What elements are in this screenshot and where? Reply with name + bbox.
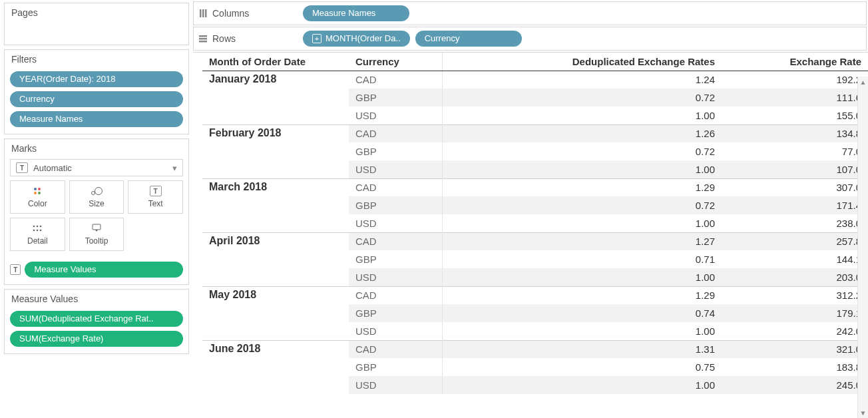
cell-currency: USD (349, 214, 442, 232)
cell-rate: 107.0 (722, 160, 868, 178)
svg-rect-18 (199, 41, 207, 43)
crosstab-view: Month of Order Date Currency Deduplicate… (193, 53, 868, 418)
expand-icon[interactable]: + (312, 34, 322, 43)
cell-dedup: 0.71 (442, 250, 722, 268)
table-row[interactable]: January 2018CAD1.24192.2 (202, 71, 868, 89)
text-icon: T (150, 186, 162, 196)
rows-pills[interactable]: +MONTH(Order Da..Currency (302, 31, 523, 47)
cell-rate: 183.8 (722, 358, 868, 376)
cell-currency: CAD (349, 340, 442, 358)
cell-dedup: 0.75 (442, 358, 722, 376)
cell-rate: 144.1 (722, 250, 868, 268)
cell-dedup: 1.31 (442, 340, 722, 358)
marks-type-label: Automatic (33, 163, 72, 173)
cell-currency: USD (349, 106, 442, 124)
cell-currency: USD (349, 322, 442, 340)
cell-rate: 321.0 (722, 340, 868, 358)
table-row[interactable]: April 2018CAD1.27257.8 (202, 232, 868, 250)
pages-title: Pages (5, 3, 188, 23)
filters-body[interactable]: YEAR(Order Date): 2018CurrencyMeasure Na… (5, 70, 188, 134)
cell-dedup: 1.00 (442, 268, 722, 286)
marks-color-button[interactable]: Color (10, 180, 65, 214)
filters-title: Filters (5, 50, 188, 70)
marks-text-button[interactable]: T Text (128, 180, 183, 214)
cell-rate: 134.8 (722, 124, 868, 142)
filter-pill[interactable]: Currency (10, 91, 183, 107)
cell-dedup: 0.74 (442, 304, 722, 322)
marks-tooltip-button[interactable]: Tooltip (69, 218, 124, 251)
cell-currency: GBP (349, 358, 442, 376)
columns-label: Columns (212, 8, 249, 19)
cell-rate: 203.0 (722, 268, 868, 286)
cell-rate: 307.0 (722, 178, 868, 196)
cell-rate: 312.2 (722, 286, 868, 304)
svg-point-8 (40, 226, 42, 228)
measure-values-card: Measure Values SUM(Deduplicated Exchange… (4, 289, 189, 354)
marks-card: Marks T Automatic ▾ Color (4, 138, 189, 285)
cell-dedup: 1.29 (442, 178, 722, 196)
cell-currency: GBP (349, 196, 442, 214)
scroll-down-arrow[interactable]: ▼ (858, 407, 868, 418)
cell-currency: GBP (349, 304, 442, 322)
cell-currency: CAD (349, 71, 442, 89)
svg-point-4 (91, 192, 95, 195)
measure-value-pill[interactable]: SUM(Deduplicated Exchange Rat.. (10, 311, 183, 327)
cell-currency: USD (349, 268, 442, 286)
measure-value-pill[interactable]: SUM(Exchange Rate) (10, 331, 183, 347)
scroll-up-arrow[interactable]: ▲ (858, 77, 868, 87)
rows-pill[interactable]: +MONTH(Order Da.. (303, 31, 410, 47)
svg-point-9 (33, 230, 35, 232)
crosstab-table: Month of Order Date Currency Deduplicate… (202, 53, 868, 394)
cell-month: February 2018 (202, 124, 349, 178)
table-row[interactable]: June 2018CAD1.31321.0 (202, 340, 868, 358)
cell-rate: 77.0 (722, 142, 868, 160)
header-rate[interactable]: Exchange Rate (722, 53, 868, 71)
measure-values-body[interactable]: SUM(Deduplicated Exchange Rat..SUM(Excha… (5, 310, 188, 353)
cell-rate: 257.8 (722, 232, 868, 250)
marks-type-select[interactable]: T Automatic ▾ (10, 159, 183, 176)
cell-rate: 171.4 (722, 196, 868, 214)
cell-currency: USD (349, 376, 442, 394)
cell-rate: 242.0 (722, 322, 868, 340)
cell-dedup: 1.00 (442, 160, 722, 178)
columns-pill[interactable]: Measure Names (303, 5, 409, 21)
marks-detail-button[interactable]: Detail (10, 218, 65, 251)
rows-pill[interactable]: Currency (415, 31, 522, 47)
cell-dedup: 1.00 (442, 322, 722, 340)
header-dedup[interactable]: Deduplicated Exchange Rates (442, 53, 722, 71)
left-panel: Pages Filters YEAR(Order Date): 2018Curr… (0, 0, 193, 418)
cell-dedup: 0.72 (442, 89, 722, 106)
pages-card[interactable]: Pages (4, 3, 189, 45)
cell-dedup: 1.00 (442, 214, 722, 232)
table-row[interactable]: March 2018CAD1.29307.0 (202, 178, 868, 196)
cell-currency: USD (349, 160, 442, 178)
marks-measure-values-pill[interactable]: Measure Values (25, 262, 183, 278)
header-currency[interactable]: Currency (349, 53, 442, 71)
svg-point-1 (38, 188, 41, 190)
shelves: Columns Measure Names Rows +MONTH(Order … (193, 0, 868, 53)
cell-dedup: 1.00 (442, 376, 722, 394)
header-month[interactable]: Month of Order Date (202, 53, 349, 71)
svg-point-6 (33, 226, 35, 228)
cell-dedup: 1.27 (442, 232, 722, 250)
columns-pills[interactable]: Measure Names (302, 5, 411, 21)
table-row[interactable]: May 2018CAD1.29312.2 (202, 286, 868, 304)
marks-size-button[interactable]: Size (69, 180, 124, 214)
svg-point-2 (34, 192, 37, 194)
table-row[interactable]: February 2018CAD1.26134.8 (202, 124, 868, 142)
chevron-down-icon: ▾ (172, 163, 177, 173)
svg-point-0 (34, 188, 37, 190)
cell-currency: GBP (349, 250, 442, 268)
cell-dedup: 1.24 (442, 71, 722, 89)
vertical-scrollbar[interactable]: ▲ ▼ (857, 77, 868, 418)
columns-shelf[interactable]: Columns Measure Names (193, 1, 867, 25)
cell-month: January 2018 (202, 71, 349, 124)
cell-dedup: 1.26 (442, 124, 722, 142)
svg-point-10 (37, 230, 39, 232)
cell-rate: 155.0 (722, 106, 868, 124)
filter-pill[interactable]: Measure Names (10, 111, 183, 127)
table-header-row: Month of Order Date Currency Deduplicate… (202, 53, 868, 71)
rows-shelf[interactable]: Rows +MONTH(Order Da..Currency (193, 27, 867, 51)
filters-card: Filters YEAR(Order Date): 2018CurrencyMe… (4, 49, 189, 134)
filter-pill[interactable]: YEAR(Order Date): 2018 (10, 71, 183, 87)
